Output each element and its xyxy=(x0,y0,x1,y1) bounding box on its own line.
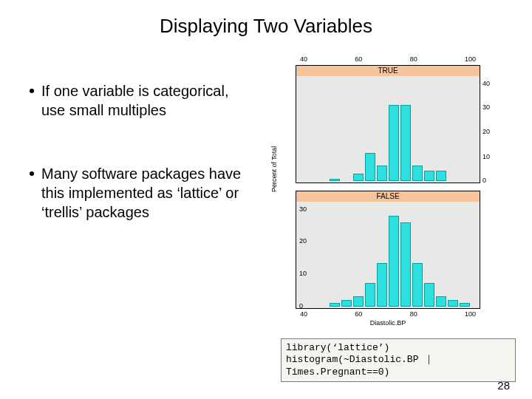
bullet-text: If one variable is categorical, use smal… xyxy=(41,81,251,120)
y-ticks: 0 10 20 30 40 xyxy=(482,76,499,184)
x-ticks-bottom: 40 60 80 100 xyxy=(296,310,480,318)
page-number: 28 xyxy=(497,379,510,392)
code-line: histogram(~Diastolic.BP ｜Times.Pregnant=… xyxy=(286,354,511,378)
code-line: library(‘lattice’) xyxy=(286,342,511,354)
chart-figure: 40 60 80 100 TRUE 0 10 20 30 40 FALSE xyxy=(273,59,502,325)
list-item: Many software packages have this impleme… xyxy=(30,164,251,222)
y-ticks: 0 10 20 30 xyxy=(299,202,316,310)
bullet-dot-icon xyxy=(30,171,34,176)
bullet-list: If one variable is categorical, use smal… xyxy=(30,81,251,266)
bullet-text: Many software packages have this impleme… xyxy=(41,164,251,222)
list-item: If one variable is categorical, use smal… xyxy=(30,81,251,120)
chart-panel-false: FALSE 0 10 20 30 xyxy=(296,191,480,309)
panel-body xyxy=(296,202,480,308)
bullet-dot-icon xyxy=(30,89,34,93)
slide-title: Displaying Two Variables xyxy=(0,15,532,38)
bars xyxy=(305,200,470,307)
x-ticks-top: 40 60 80 100 xyxy=(296,55,480,63)
panel-body xyxy=(296,76,480,183)
bars xyxy=(305,75,470,181)
code-snippet: library(‘lattice’) histogram(~Diastolic.… xyxy=(281,338,516,382)
chart-panel-true: TRUE 0 10 20 30 40 xyxy=(296,65,480,183)
x-axis-label: Diastolic.BP xyxy=(273,319,502,327)
y-axis-label: Percent of Total xyxy=(270,146,278,192)
